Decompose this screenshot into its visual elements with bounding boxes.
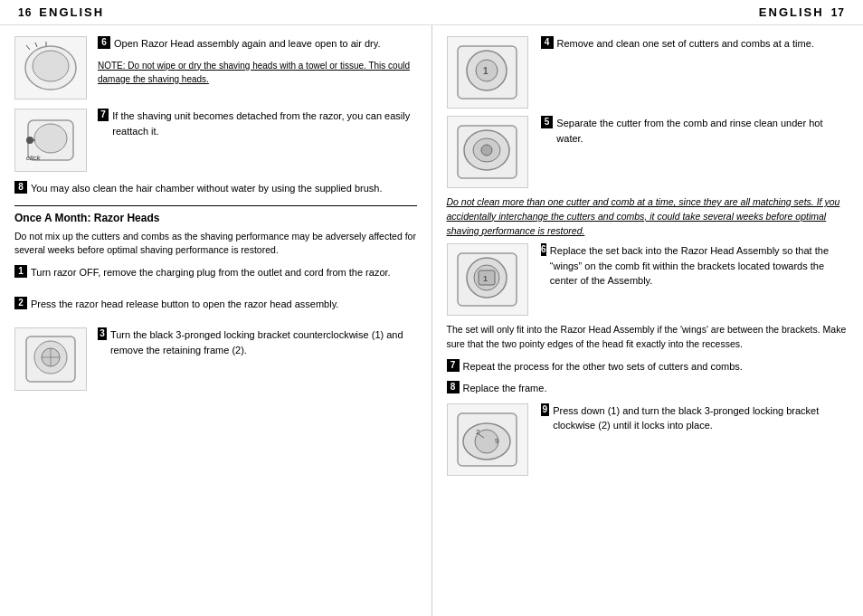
r-step5-text: Separate the cutter from the comb and ri… [556,116,849,146]
svg-line-3 [35,43,37,47]
step6-note: NOTE: Do not wipe or dry the shaving hea… [98,59,417,86]
r-step5-number: 5 [541,116,554,128]
svg-text:click: click [26,154,42,162]
body-text: Do not mix up the cutters and combs as t… [14,230,417,259]
r-step5-text-block: 5 Separate the cutter from the comb and … [541,116,849,188]
step1-text: Turn razor OFF, remove the charging plug… [31,265,391,280]
r-step7-row: 7 Repeat the process for the other two s… [447,359,849,374]
step7-image: click [14,109,87,172]
r-step7-number: 7 [447,359,460,372]
step8-text: You may also clean the hair chamber with… [31,181,383,196]
svg-line-2 [26,45,30,50]
r-step6-row: 1 6 Replace the set back into the Razor … [447,243,849,316]
r-step5-row: 5 Separate the cutter from the comb and … [447,116,849,188]
svg-point-22 [481,145,492,156]
step3-image-a [14,327,87,391]
r-step7-text: Repeat the process for the other two set… [463,359,743,374]
step6-number: 6 [98,36,110,49]
r-step8-number: 8 [447,381,460,393]
page-number-left: 16 [18,6,32,19]
step3-image-row: 3 Turn the black 3-pronged locking brack… [14,327,417,391]
step8-number: 8 [14,181,27,194]
step6-text: Open Razor Head assembly again and leave… [114,36,381,52]
r-step4-number: 4 [541,36,554,49]
step6-row: 6 Open Razor Head assembly again and lea… [14,36,417,100]
svg-text:1: 1 [483,274,488,283]
step2-row: 2 Press the razor head release button to… [14,297,417,319]
r-step6-image: 1 [447,243,528,316]
svg-text:9: 9 [495,437,499,445]
r-step8-text: Replace the frame. [463,381,547,396]
r-step4-image: 1 [447,36,528,109]
r-step9-row: 2 9 9 Press down (1) and turn the black … [447,403,849,476]
step7-text: If the shaving unit becomes detached fro… [112,109,416,138]
step6-text-block: 6 Open Razor Head assembly again and lea… [98,36,417,91]
r-step9-text: Press down (1) and turn the black 3-pron… [553,403,849,433]
step3-text: Turn the black 3-pronged locking bracket… [110,327,417,357]
page-number-right: 17 [831,6,845,19]
page-title-left: ENGLISH [39,5,104,19]
r-body-text: The set will only fit into the Razor Hea… [447,323,849,352]
step7-number: 7 [98,109,109,121]
section-title: Once A Month: Razor Heads [14,205,417,224]
r-step4-text: Remove and clean one set of cutters and … [557,36,814,52]
r-step9-text-block: 9 Press down (1) and turn the black 3-pr… [541,403,849,476]
step8-row: 8 You may also clean the hair chamber wi… [14,181,417,196]
step7-text-block: 7 If the shaving unit becomes detached f… [98,109,417,146]
r-step6-text: Replace the set back into the Razor Head… [550,243,849,289]
page-header: 16 ENGLISH ENGLISH 17 [0,0,863,25]
r-step4-row: 1 4 Remove and clean one set of cutters … [447,36,849,109]
svg-text:1: 1 [483,66,488,76]
r-step8-row: 8 Replace the frame. [447,381,849,396]
page-title-right: ENGLISH [759,5,824,19]
r-step5-image [447,116,528,188]
step6-image [14,36,87,100]
step1-number: 1 [14,265,27,278]
svg-point-1 [33,51,69,81]
left-page: 6 Open Razor Head assembly again and lea… [0,25,432,616]
svg-point-6 [34,124,67,153]
r-step9-number: 9 [541,403,550,416]
step3-text-block: 3 Turn the black 3-pronged locking brack… [98,327,417,365]
step2-text: Press the razor head release button to o… [31,297,338,312]
step3-number: 3 [98,327,107,340]
r-step6-text-block: 6 Replace the set back into the Razor He… [541,243,849,316]
r-step6-number: 6 [541,243,546,256]
step1-row: 1 Turn razor OFF, remove the charging pl… [14,265,417,288]
r-italic-note: Do not clean more than one cutter and co… [447,195,849,238]
step2-number: 2 [14,297,27,309]
r-step9-image: 2 9 [447,403,528,476]
r-step4-text-block: 4 Remove and clean one set of cutters an… [541,36,849,109]
step7-row: click 7 If the shaving unit becomes deta… [14,109,417,172]
right-page: 1 4 Remove and clean one set of cutters … [432,25,864,616]
